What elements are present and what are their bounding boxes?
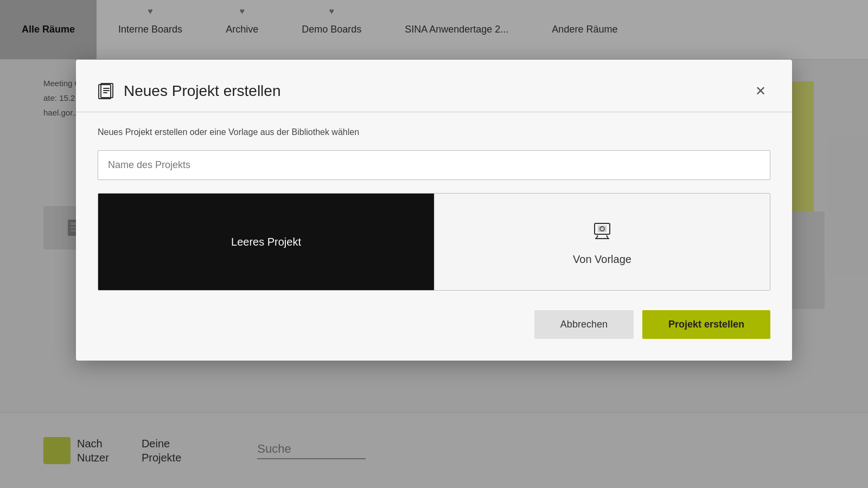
modal-header: Neues Projekt erstellen ✕ xyxy=(98,81,770,101)
modal-divider xyxy=(76,112,792,112)
create-project-button[interactable]: Projekt erstellen xyxy=(642,310,770,339)
modal-title-area: Neues Projekt erstellen xyxy=(98,82,280,100)
project-name-input[interactable] xyxy=(98,150,770,180)
template-project-label: Von Vorlage xyxy=(573,253,631,266)
blank-project-label: Leeres Projekt xyxy=(231,236,301,248)
template-project-option[interactable]: Von Vorlage xyxy=(434,194,770,290)
svg-rect-7 xyxy=(103,90,110,91)
svg-rect-8 xyxy=(103,92,107,93)
modal-subtitle: Neues Projekt erstellen oder eine Vorlag… xyxy=(98,127,770,137)
cancel-button[interactable]: Abbrechen xyxy=(534,310,634,339)
modal-close-button[interactable]: ✕ xyxy=(751,81,770,101)
svg-rect-6 xyxy=(103,88,110,89)
blank-project-option[interactable]: Leeres Projekt xyxy=(98,194,434,290)
template-icon xyxy=(590,218,614,247)
project-icon xyxy=(98,82,115,100)
create-project-modal: Neues Projekt erstellen ✕ Neues Projekt … xyxy=(76,60,792,361)
modal-buttons: Abbrechen Projekt erstellen xyxy=(98,310,770,339)
modal-title: Neues Projekt erstellen xyxy=(124,82,280,100)
project-type-selector: Leeres Projekt Von Vorlage xyxy=(98,193,770,291)
